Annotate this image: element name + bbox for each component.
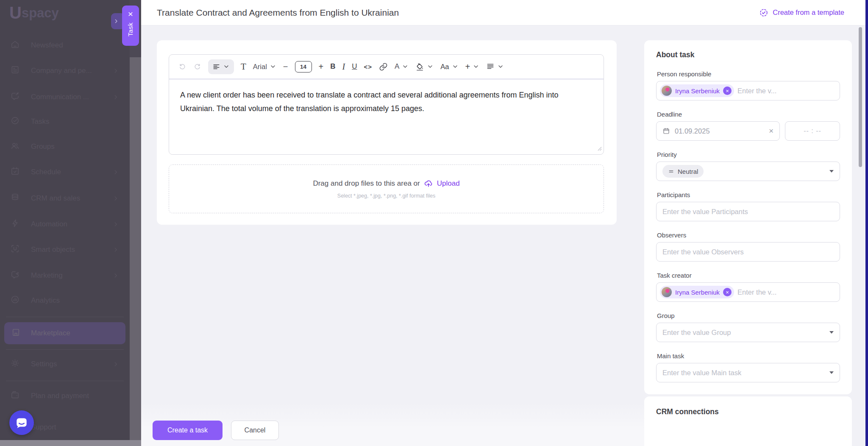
analytics-icon: [10, 295, 20, 307]
chevron-right-icon: [112, 246, 120, 254]
deadline-date-input[interactable]: 01.09.2025 ×: [656, 121, 780, 141]
field-label: Priority: [657, 151, 840, 158]
resize-handle[interactable]: [597, 145, 602, 153]
deadline-time-input[interactable]: -- : --: [785, 121, 840, 141]
sidebar-item-company[interactable]: Company and pe...: [0, 61, 130, 81]
sidebar-item-settings[interactable]: Settings: [0, 354, 130, 374]
font-family-select[interactable]: Arial: [253, 63, 276, 71]
about-task-heading: About task: [656, 50, 840, 59]
field-group: Group Enter the value Group: [656, 312, 840, 342]
sidebar-item-automation[interactable]: Automation: [0, 215, 130, 234]
sidebar-item-label: Newsfeed: [31, 41, 63, 50]
file-dropzone[interactable]: Drag and drop files to this area or Uplo…: [169, 164, 604, 213]
paragraph-format-button[interactable]: [208, 59, 234, 74]
sidebar-item-groups[interactable]: Groups: [0, 137, 130, 156]
sidebar: Uspacy Newsfeed Company and pe... Commun…: [0, 0, 130, 446]
sidebar-item-schedule[interactable]: Schedule: [0, 162, 130, 182]
text-case-button[interactable]: Aa: [440, 63, 458, 71]
sidebar-item-newsfeed[interactable]: Newsfeed: [0, 36, 130, 55]
align-button[interactable]: [486, 62, 504, 71]
group-select[interactable]: Enter the value Group: [656, 323, 840, 342]
field-label: Observers: [657, 231, 840, 239]
sidebar-item-marketing[interactable]: Marketing: [0, 266, 130, 285]
task-description-input[interactable]: A new client order has been received to …: [169, 80, 604, 115]
dropzone-prompt: Drag and drop files to this area or: [313, 179, 420, 188]
sidebar-item-communication[interactable]: Communication ...: [0, 87, 130, 107]
chevron-down-icon: [427, 63, 434, 70]
chip-remove-icon[interactable]: ×: [723, 288, 732, 296]
chip-remove-icon[interactable]: ×: [723, 86, 732, 95]
link-button[interactable]: [379, 62, 388, 71]
font-size-increase-button[interactable]: +: [319, 62, 324, 72]
person-responsible-input[interactable]: Iryna Serbeniuk ×: [656, 81, 840, 100]
crm-connections-heading: CRM connections: [656, 407, 840, 416]
scrollbar-thumb[interactable]: [859, 27, 862, 167]
font-family-value: Arial: [253, 63, 267, 71]
clear-date-icon[interactable]: ×: [769, 126, 773, 136]
bold-button[interactable]: B: [330, 62, 335, 71]
sidebar-item-label: Analytics: [31, 296, 60, 305]
screen: Uspacy Newsfeed Company and pe... Commun…: [0, 0, 868, 446]
text-color-button[interactable]: A: [395, 62, 409, 71]
tasks-icon: [10, 116, 20, 128]
field-task-creator: Task creator Iryna Serbeniuk ×: [656, 272, 840, 302]
user-chip: Iryna Serbeniuk ×: [660, 286, 734, 298]
person-responsible-text-input[interactable]: [737, 87, 835, 95]
chevron-down-icon: [402, 63, 409, 70]
chevron-right-icon: [112, 220, 120, 228]
sidebar-item-label: Tasks: [31, 117, 49, 126]
sidebar-item-label: Groups: [31, 142, 55, 151]
chevron-right-icon: [112, 195, 120, 202]
highlight-color-button[interactable]: [415, 62, 434, 71]
sidebar-item-label: Communication ...: [31, 93, 89, 101]
sidebar-item-label: Marketing: [31, 271, 63, 280]
upload-link[interactable]: Upload: [437, 179, 460, 188]
deadline-date-value: 01.09.2025: [675, 127, 710, 135]
font-size-value[interactable]: 14: [295, 61, 312, 72]
text-style-button[interactable]: T: [241, 61, 246, 72]
cancel-button[interactable]: Cancel: [231, 421, 279, 440]
sidebar-item-marketplace[interactable]: Marketplace: [4, 322, 125, 344]
task-creator-text-input[interactable]: [737, 288, 835, 296]
editor-toolbar: T Arial − 14 + B I U <> A: [169, 55, 604, 78]
task-tab[interactable]: × Task: [122, 6, 139, 46]
code-button[interactable]: <>: [364, 63, 372, 70]
sidebar-divider: [6, 349, 124, 350]
redo-button[interactable]: [193, 63, 201, 71]
support-chat-button[interactable]: [9, 410, 34, 435]
undo-button[interactable]: [178, 63, 186, 71]
sidebar-item-tasks[interactable]: Tasks: [0, 112, 130, 131]
link-icon: [379, 62, 388, 71]
chevron-right-icon: [113, 18, 120, 25]
marketing-icon: [10, 270, 20, 282]
sidebar-item-plan-payment[interactable]: Plan and payment: [0, 386, 130, 406]
observers-input[interactable]: [662, 248, 834, 256]
sidebar-item-crm[interactable]: CRM and sales: [0, 189, 130, 208]
wallet-icon: [10, 390, 20, 402]
sidebar-item-smart-objects[interactable]: Smart objects: [0, 240, 130, 259]
sidebar-item-analytics[interactable]: Analytics: [0, 291, 130, 310]
sidebar-item-label: CRM and sales: [31, 194, 80, 203]
chevron-right-icon: [112, 168, 120, 176]
participants-input[interactable]: [662, 208, 834, 216]
schedule-icon: [10, 166, 20, 178]
create-from-template-label: Create from a template: [773, 8, 844, 17]
template-check-icon: [759, 8, 768, 17]
task-creator-input[interactable]: Iryna Serbeniuk ×: [656, 282, 840, 302]
italic-button[interactable]: I: [342, 62, 345, 72]
field-label: Task creator: [657, 272, 840, 279]
observers-input-box[interactable]: [656, 242, 840, 262]
main-task-select[interactable]: Enter the value Main task: [656, 363, 840, 382]
field-person-responsible: Person responsible Iryna Serbeniuk ×: [656, 70, 840, 100]
create-from-template-button[interactable]: Create from a template: [759, 8, 844, 17]
create-task-button[interactable]: Create a task: [153, 421, 223, 440]
priority-select[interactable]: Neutral: [656, 162, 840, 181]
close-icon[interactable]: ×: [128, 9, 133, 18]
underline-button[interactable]: U: [352, 62, 357, 71]
font-size-decrease-button[interactable]: −: [283, 62, 288, 72]
sidebar-item-label: Plan and payment: [31, 392, 89, 400]
upload-cloud-icon: [424, 179, 433, 188]
participants-input-box[interactable]: [656, 202, 840, 221]
field-label: Deadline: [657, 111, 840, 118]
insert-button[interactable]: +: [465, 62, 480, 72]
